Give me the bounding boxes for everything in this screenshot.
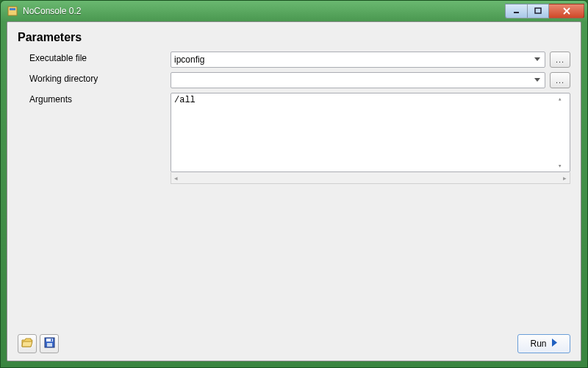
label-arguments: Arguments bbox=[18, 93, 171, 105]
arguments-textarea[interactable]: /all ▴ ▾ bbox=[171, 93, 570, 172]
svg-rect-9 bbox=[51, 339, 52, 342]
svg-rect-1 bbox=[10, 8, 15, 10]
chevron-down-icon bbox=[533, 57, 542, 62]
label-workdir: Working directory bbox=[18, 72, 171, 84]
close-button[interactable] bbox=[549, 4, 584, 18]
run-button[interactable]: Run bbox=[517, 334, 570, 353]
arguments-value: /all bbox=[174, 95, 196, 105]
horizontal-scrollbar[interactable]: ◂ ▸ bbox=[171, 172, 570, 184]
bottom-bar: Run bbox=[18, 334, 570, 353]
window-controls bbox=[505, 4, 584, 18]
floppy-icon bbox=[44, 337, 55, 350]
icon-bar bbox=[18, 334, 59, 353]
svg-rect-0 bbox=[8, 7, 17, 15]
browse-executable-button[interactable]: ... bbox=[550, 52, 570, 68]
executable-combo[interactable]: ipconfig bbox=[171, 52, 545, 68]
workdir-combo[interactable] bbox=[171, 72, 545, 88]
section-header: Parameters bbox=[18, 31, 570, 44]
scroll-left-icon: ◂ bbox=[174, 174, 178, 182]
row-arguments: Arguments /all ▴ ▾ ◂ ▸ bbox=[18, 93, 570, 184]
titlebar[interactable]: NoConsole 0.2 bbox=[1, 1, 587, 21]
svg-rect-8 bbox=[47, 343, 52, 347]
play-icon bbox=[551, 339, 558, 349]
spin-down-icon[interactable]: ▾ bbox=[558, 162, 568, 170]
browse-workdir-button[interactable]: ... bbox=[550, 72, 570, 88]
minimize-button[interactable] bbox=[505, 4, 527, 18]
scroll-right-icon: ▸ bbox=[563, 174, 567, 182]
window-title: NoConsole 0.2 bbox=[23, 6, 505, 16]
client-area: Parameters Executable file ipconfig ... … bbox=[7, 21, 581, 361]
vertical-scroll-hints: ▴ ▾ bbox=[558, 95, 568, 170]
run-label: Run bbox=[530, 339, 546, 349]
open-button[interactable] bbox=[18, 334, 37, 353]
executable-value: ipconfig bbox=[174, 54, 533, 65]
row-executable: Executable file ipconfig ... bbox=[18, 52, 570, 68]
spin-up-icon[interactable]: ▴ bbox=[558, 95, 568, 103]
save-button[interactable] bbox=[40, 334, 59, 353]
folder-open-icon bbox=[21, 338, 33, 350]
svg-rect-3 bbox=[535, 8, 541, 13]
maximize-button[interactable] bbox=[527, 4, 549, 18]
app-window: NoConsole 0.2 Parameters Executable file… bbox=[0, 0, 588, 368]
label-executable: Executable file bbox=[18, 52, 171, 63]
spacer bbox=[18, 188, 570, 328]
chevron-down-icon bbox=[533, 78, 542, 82]
app-icon bbox=[7, 5, 18, 17]
row-workdir: Working directory ... bbox=[18, 72, 570, 88]
